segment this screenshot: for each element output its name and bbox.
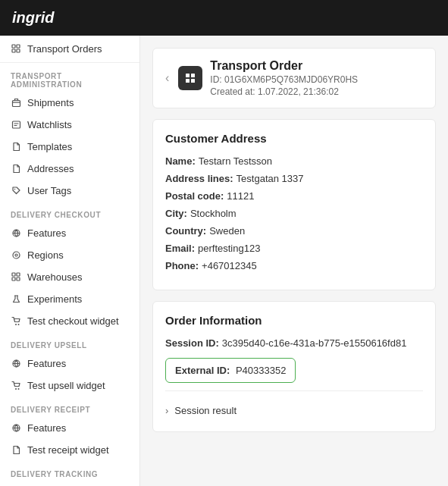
session-id-value: 3c395d40-c16e-431a-b775-e1550616fd81 <box>222 337 407 349</box>
section-label-checkout: DELIVERY CHECKOUT <box>0 202 139 222</box>
field-row-city: City: Stockholm <box>165 208 423 219</box>
address-label: Address lines: <box>165 173 233 184</box>
postal-value: 11121 <box>227 190 254 202</box>
flask-icon <box>11 294 21 305</box>
email-value: perftesting123 <box>198 243 260 254</box>
receipt-features-label: Features <box>27 422 66 434</box>
svg-point-17 <box>15 388 17 390</box>
regions-label: Regions <box>27 249 64 261</box>
svg-rect-4 <box>12 101 20 107</box>
field-row-external-id: External ID: P40333352 <box>165 355 423 383</box>
order-title: Transport Order <box>210 59 358 73</box>
sidebar-item-transport-orders[interactable]: Transport Orders <box>0 36 139 63</box>
upsell-features-label: Features <box>27 358 66 369</box>
sidebar-item-upsell-features[interactable]: Features <box>0 353 139 375</box>
cart-icon <box>11 316 21 327</box>
field-row-name: Name: Testarn Testsson <box>165 155 423 167</box>
country-value: Sweden <box>209 225 245 237</box>
sidebar-item-test-checkout-widget[interactable]: Test checkout widget <box>0 310 139 332</box>
address-file-icon <box>11 164 21 174</box>
sidebar-item-experiments[interactable]: Experiments <box>0 288 139 310</box>
customer-address-card: Customer Address Name: Testarn Testsson … <box>152 119 436 290</box>
sidebar: Transport Orders TRANSPORT ADMINISTRATIO… <box>0 36 140 486</box>
sidebar-item-shipments[interactable]: Shipments <box>0 92 139 114</box>
field-row-postal: Postal code: 11121 <box>165 190 423 202</box>
sidebar-item-addresses[interactable]: Addresses <box>0 158 139 180</box>
order-created-label: Created at: <box>210 86 255 97</box>
section-label-tracking: DELIVERY TRACKING <box>0 461 139 481</box>
field-row-phone: Phone: +467012345 <box>165 260 423 271</box>
svg-point-15 <box>17 324 19 325</box>
order-id-line: ID: 01G6XM6P5Q763MJD06YR0HS <box>210 74 358 85</box>
customer-address-title: Customer Address <box>165 132 423 145</box>
postal-label: Postal code: <box>165 190 224 202</box>
phone-label: Phone: <box>165 260 199 271</box>
experiments-label: Experiments <box>27 293 82 305</box>
checkout-features-label: Features <box>27 227 66 239</box>
section-label-transport-admin: TRANSPORT ADMINISTRATION <box>0 63 139 92</box>
field-row-country: Country: Sweden <box>165 225 423 237</box>
order-id-label: ID: <box>210 74 221 85</box>
external-id-label: External ID: <box>175 365 230 376</box>
sidebar-item-regions[interactable]: Regions <box>0 244 139 266</box>
svg-rect-11 <box>17 273 20 276</box>
receipt-globe-icon <box>11 423 21 434</box>
test-receipt-widget-label: Test receipt widget <box>27 444 109 456</box>
transport-orders-label: Transport Orders <box>27 43 102 55</box>
sidebar-item-warehouses[interactable]: Warehouses <box>0 266 139 288</box>
box-icon <box>11 98 21 108</box>
addresses-label: Addresses <box>27 163 74 174</box>
file-icon <box>11 142 21 152</box>
order-id-value: 01G6XM6P5Q763MJD06YR0HS <box>224 74 358 85</box>
tag-icon <box>11 186 21 196</box>
svg-rect-5 <box>12 121 20 128</box>
section-label-upsell: DELIVERY UPSELL <box>0 332 139 353</box>
external-id-value: P40333352 <box>236 365 287 376</box>
svg-rect-13 <box>17 277 20 281</box>
field-row-session-id: Session ID: 3c395d40-c16e-431a-b775-e155… <box>165 337 423 349</box>
sidebar-item-watchlists[interactable]: Watchlists <box>0 114 139 136</box>
address-value: Testgatan 1337 <box>237 173 304 184</box>
sidebar-item-checkout-features[interactable]: Features <box>0 222 139 244</box>
svg-rect-10 <box>12 273 15 276</box>
svg-point-9 <box>15 254 17 256</box>
sidebar-item-user-tags[interactable]: User Tags <box>0 180 139 202</box>
test-upsell-widget-label: Test upsell widget <box>27 380 105 391</box>
svg-rect-3 <box>17 49 20 52</box>
sidebar-item-tracking-features[interactable]: Features <box>0 481 139 486</box>
sidebar-item-test-upsell-widget[interactable]: Test upsell widget <box>0 375 139 397</box>
section-label-receipt: DELIVERY RECEIPT <box>0 397 139 417</box>
svg-rect-1 <box>17 45 20 48</box>
session-result-row[interactable]: › Session result <box>165 399 423 419</box>
svg-rect-29 <box>186 79 190 83</box>
field-row-email: Email: perftesting123 <box>165 243 423 254</box>
svg-rect-27 <box>186 74 190 77</box>
svg-point-6 <box>14 189 15 190</box>
sidebar-item-templates[interactable]: Templates <box>0 136 139 158</box>
field-row-address: Address lines: Testgatan 1337 <box>165 173 423 184</box>
svg-rect-12 <box>12 277 15 281</box>
target-icon <box>11 250 21 261</box>
upsell-cart-icon <box>11 381 21 391</box>
templates-label: Templates <box>27 141 72 152</box>
back-button[interactable]: ‹ <box>165 71 169 85</box>
main-content: ‹ Transport Order ID: 01G6XM6P5Q763MJD06… <box>140 36 448 486</box>
warehouses-label: Warehouses <box>27 271 83 283</box>
sidebar-item-receipt-features[interactable]: Features <box>0 417 139 439</box>
order-created-line: Created at: 1.07.2022, 21:36:02 <box>210 86 358 97</box>
email-label: Email: <box>165 243 195 254</box>
transport-order-header: ‹ Transport Order ID: 01G6XM6P5Q763MJD06… <box>152 48 436 108</box>
list-icon <box>11 120 21 130</box>
session-result-label: Session result <box>174 405 237 416</box>
svg-point-18 <box>17 388 19 390</box>
app-title: ingrid <box>0 0 448 36</box>
user-tags-label: User Tags <box>27 185 71 196</box>
divider <box>165 390 423 391</box>
order-information-card: Order Information Session ID: 3c395d40-c… <box>152 301 436 432</box>
warehouse-grid-icon <box>11 272 21 283</box>
upsell-globe-icon <box>11 359 21 369</box>
country-label: Country: <box>165 225 206 237</box>
city-label: City: <box>165 208 187 219</box>
session-id-label: Session ID: <box>165 337 219 349</box>
sidebar-item-test-receipt-widget[interactable]: Test receipt widget <box>0 439 139 461</box>
